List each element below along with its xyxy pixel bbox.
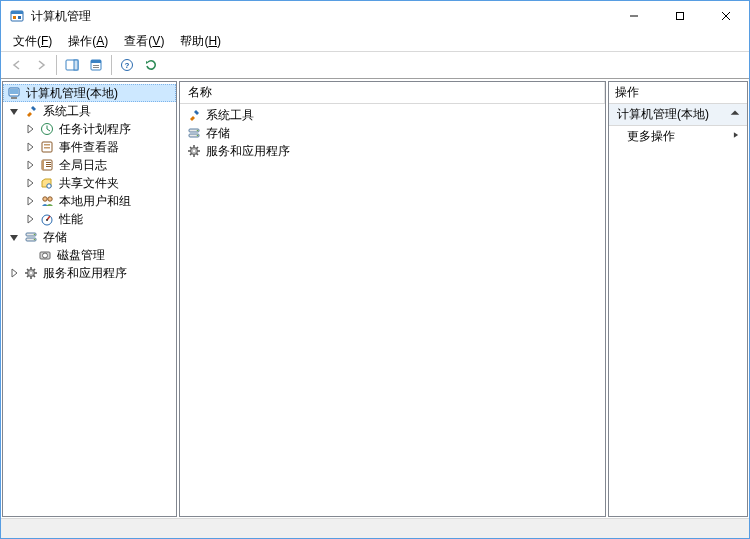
tree-root[interactable]: 计算机管理(本地) [3, 84, 176, 102]
toolbar-separator [111, 55, 112, 75]
users-icon [39, 193, 55, 209]
tree-event-viewer[interactable]: 事件查看器 [3, 138, 176, 156]
chevron-right-icon[interactable] [7, 266, 21, 280]
status-bar [1, 518, 749, 538]
close-button[interactable] [703, 1, 749, 31]
computer-icon [6, 85, 22, 101]
tools-icon [186, 107, 202, 123]
properties-button[interactable] [85, 54, 107, 76]
actions-pane: 操作 计算机管理(本地) 更多操作 [608, 81, 748, 517]
disk-icon [37, 247, 53, 263]
tree-pane: 计算机管理(本地) 系统工具 任务计划程序 事件查看器 全局日志 [2, 81, 177, 517]
submenu-icon [731, 129, 741, 143]
content-area: 计算机管理(本地) 系统工具 任务计划程序 事件查看器 全局日志 [1, 79, 749, 518]
svg-rect-37 [677, 13, 684, 20]
show-hide-pane-button[interactable] [61, 54, 83, 76]
refresh-button[interactable] [140, 54, 162, 76]
clock-icon [39, 121, 55, 137]
journal-icon [39, 157, 55, 173]
toolbar [1, 51, 749, 79]
chevron-right-icon[interactable] [23, 158, 37, 172]
storage-icon [23, 229, 39, 245]
back-button[interactable] [6, 54, 28, 76]
title-bar: 计算机管理 [1, 1, 749, 31]
gear-icon [23, 265, 39, 281]
menu-action[interactable]: 操作(A) [60, 31, 116, 52]
app-window: 计算机管理 文件(F) 操作(A) 查看(V) 帮助(H) 计算机管理(本地) [0, 0, 750, 539]
window-controls [611, 1, 749, 31]
window-title: 计算机管理 [31, 8, 611, 25]
menu-bar: 文件(F) 操作(A) 查看(V) 帮助(H) [1, 31, 749, 51]
list-header: 名称 [180, 82, 605, 104]
list-item-storage[interactable]: 存储 [180, 124, 605, 142]
tree-services-apps[interactable]: 服务和应用程序 [3, 264, 176, 282]
help-button[interactable] [116, 54, 138, 76]
collapse-icon [729, 107, 741, 122]
storage-icon [186, 125, 202, 141]
list-item-system-tools[interactable]: 系统工具 [180, 106, 605, 124]
menu-help[interactable]: 帮助(H) [172, 31, 229, 52]
maximize-button[interactable] [657, 1, 703, 31]
chevron-down-icon[interactable] [7, 230, 21, 244]
actions-category[interactable]: 计算机管理(本地) [609, 104, 747, 126]
tree-disk-management[interactable]: 磁盘管理 [3, 246, 176, 264]
actions-body: 计算机管理(本地) 更多操作 [609, 104, 747, 516]
tools-icon [23, 103, 39, 119]
tree-task-scheduler[interactable]: 任务计划程序 [3, 120, 176, 138]
toolbar-separator [56, 55, 57, 75]
shared-folder-icon [39, 175, 55, 191]
performance-icon [39, 211, 55, 227]
minimize-button[interactable] [611, 1, 657, 31]
gear-icon [186, 143, 202, 159]
actions-header: 操作 [609, 82, 747, 104]
list-item-services-apps[interactable]: 服务和应用程序 [180, 142, 605, 160]
chevron-down-icon[interactable] [7, 104, 21, 118]
app-icon [9, 8, 25, 24]
menu-view[interactable]: 查看(V) [116, 31, 172, 52]
list-pane: 名称 系统工具 存储 服务和应用程序 [179, 81, 606, 517]
list-body: 系统工具 存储 服务和应用程序 [180, 104, 605, 516]
chevron-right-icon[interactable] [23, 212, 37, 226]
chevron-right-icon[interactable] [23, 140, 37, 154]
event-viewer-icon [39, 139, 55, 155]
tree-shared-folders[interactable]: 共享文件夹 [3, 174, 176, 192]
tree-system-tools[interactable]: 系统工具 [3, 102, 176, 120]
tree-root-label: 计算机管理(本地) [26, 85, 118, 102]
tree-storage[interactable]: 存储 [3, 228, 176, 246]
tree-global-log[interactable]: 全局日志 [3, 156, 176, 174]
menu-file[interactable]: 文件(F) [5, 31, 60, 52]
chevron-right-icon[interactable] [23, 194, 37, 208]
chevron-right-icon[interactable] [23, 122, 37, 136]
forward-button[interactable] [30, 54, 52, 76]
tree-local-users[interactable]: 本地用户和组 [3, 192, 176, 210]
chevron-right-icon[interactable] [23, 176, 37, 190]
tree-performance[interactable]: 性能 [3, 210, 176, 228]
actions-more[interactable]: 更多操作 [609, 126, 747, 146]
column-name[interactable]: 名称 [180, 82, 605, 103]
